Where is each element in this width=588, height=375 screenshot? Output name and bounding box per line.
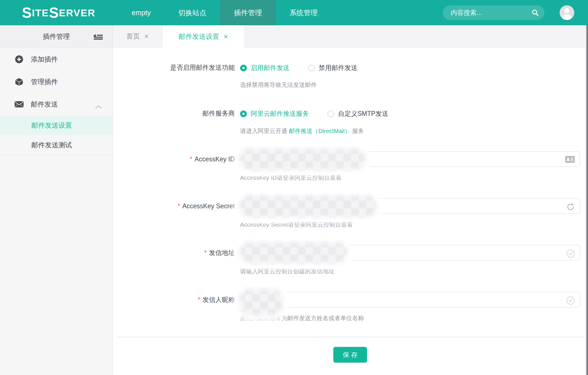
form-divider xyxy=(118,337,584,337)
content-search-box xyxy=(443,5,544,20)
tab-mail-send-settings[interactable]: 邮件发送设置 × xyxy=(162,25,245,48)
radio-label-enable[interactable]: 启用邮件发送 xyxy=(251,64,290,72)
field-label-provider: 邮件服务商 xyxy=(118,109,235,118)
radio-label-aliyun[interactable]: 阿里云邮件推送服务 xyxy=(251,109,309,118)
plus-circle-icon xyxy=(14,55,24,64)
check-circle-icon xyxy=(566,249,575,259)
top-navbar: SITESERVER empty 切换站点 插件管理 系统管理 xyxy=(0,0,588,25)
help-enable: 选择禁用将导致无法发送邮件 xyxy=(240,81,317,89)
field-label-enable: 是否启用邮件发送功能 xyxy=(118,63,235,72)
field-label-sender-nickname: *发信人昵称 xyxy=(118,295,235,304)
scrollbar-thumb[interactable] xyxy=(586,25,588,375)
radio-enable-mail[interactable] xyxy=(240,65,247,71)
sidebar-subitem-mail-send-test[interactable]: 邮件发送测试 xyxy=(0,135,113,155)
siteserver-admin-page: SITESERVER empty 切换站点 插件管理 系统管理 插件管理 xyxy=(0,0,588,375)
sidebar-item-label: 添加插件 xyxy=(31,55,58,64)
radio-disable-mail[interactable] xyxy=(308,65,315,71)
search-input[interactable] xyxy=(443,5,529,20)
enable-radio-group: 启用邮件发送 禁用邮件发送 xyxy=(240,64,357,72)
sidebar-item-label: 管理插件 xyxy=(31,77,58,86)
user-avatar-icon[interactable] xyxy=(560,5,574,20)
sender-nickname-field xyxy=(240,292,580,308)
menu-fold-icon[interactable] xyxy=(93,33,103,41)
radio-aliyun[interactable] xyxy=(240,110,247,117)
directmail-link[interactable]: 邮件推送（DirectMail） xyxy=(289,128,350,134)
page-scrollbar xyxy=(585,25,588,375)
nav-item-switch-site[interactable]: 切换站点 xyxy=(165,0,220,25)
envelope-icon xyxy=(14,101,24,108)
close-icon[interactable]: × xyxy=(224,33,228,40)
sidebar-item-manage-plugin[interactable]: 管理插件 xyxy=(0,71,113,93)
mail-send-settings-form: 是否启用邮件发送功能 启用邮件发送 禁用邮件发送 选择禁用将导致无法发送邮件 邮… xyxy=(113,47,588,375)
sidebar: 插件管理 添加插件 管理插件 邮件发送 邮 xyxy=(0,25,113,375)
nav-item-plugin-management[interactable]: 插件管理 xyxy=(220,0,276,25)
close-icon[interactable]: × xyxy=(144,33,149,40)
sidebar-submenu: 邮件发送设置 邮件发送测试 xyxy=(0,116,113,155)
cube-icon xyxy=(14,77,24,86)
field-label-accesskey-secret: *AccessKey Secret xyxy=(118,202,235,211)
help-sender-address: 请输入阿里云控制台创建的发信地址 xyxy=(240,267,334,275)
nav-item-empty[interactable]: empty xyxy=(118,0,165,25)
radio-label-disable[interactable]: 禁用邮件发送 xyxy=(319,64,357,72)
nav-item-system-management[interactable]: 系统管理 xyxy=(276,0,331,25)
help-accesskey-id: AccessKey ID请登录阿里云控制台查看 xyxy=(240,173,342,182)
help-accesskey-secret: AccessKey Secret请登录阿里云控制台查看 xyxy=(240,220,353,229)
tab-label: 邮件发送设置 xyxy=(179,32,219,41)
sidebar-item-label: 邮件发送 xyxy=(31,100,58,109)
logo-text: S xyxy=(22,5,32,20)
top-nav-menu: empty 切换站点 插件管理 系统管理 xyxy=(118,0,331,25)
help-provider: 请进入阿里云开通 邮件推送（DirectMail） 服务 xyxy=(240,127,364,135)
redaction-blur xyxy=(237,240,350,266)
redaction-blur xyxy=(237,146,368,173)
search-icon[interactable] xyxy=(532,9,539,17)
sidebar-item-mail-send[interactable]: 邮件发送 xyxy=(0,93,113,116)
refresh-icon[interactable] xyxy=(566,202,575,213)
field-label-sender-address: *发信地址 xyxy=(118,248,235,257)
redaction-blur xyxy=(237,193,379,220)
provider-radio-group: 阿里云邮件推送服务 自定义SMTP发送 xyxy=(240,109,388,118)
check-circle-icon xyxy=(566,296,575,306)
field-label-accesskey-id: *AccessKey ID xyxy=(118,155,235,164)
sidebar-item-add-plugin[interactable]: 添加插件 xyxy=(0,48,113,71)
redaction-blur xyxy=(237,286,285,318)
sender-nickname-input[interactable] xyxy=(241,292,580,307)
siteserver-logo[interactable]: SITESERVER xyxy=(22,0,95,25)
chevron-up-icon[interactable] xyxy=(95,103,102,110)
sidebar-subitem-mail-send-settings[interactable]: 邮件发送设置 xyxy=(0,116,113,135)
radio-label-smtp[interactable]: 自定义SMTP发送 xyxy=(338,109,388,118)
save-button[interactable]: 保 存 xyxy=(333,347,367,363)
tab-home[interactable]: 首页 × xyxy=(113,25,162,47)
radio-smtp[interactable] xyxy=(327,110,334,117)
tab-label: 首页 xyxy=(126,32,140,41)
id-card-icon xyxy=(565,155,575,164)
sidebar-header: 插件管理 xyxy=(0,25,113,48)
tab-bar: 首页 × 邮件发送设置 × xyxy=(113,25,588,48)
